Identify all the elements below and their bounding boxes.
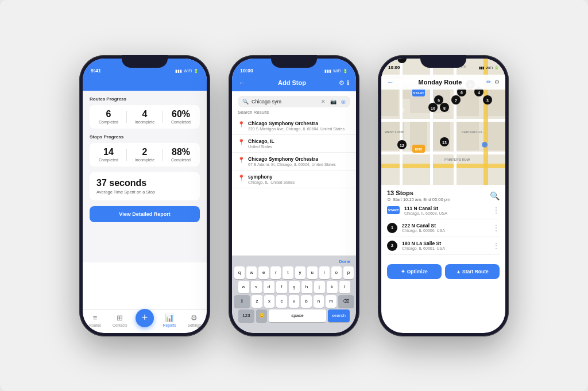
nav-routes[interactable]: ≡ Routes — [83, 313, 107, 327]
search-results-label: Search Results — [232, 110, 356, 117]
key-k[interactable]: k — [327, 281, 338, 293]
nav-fab[interactable]: + — [132, 313, 157, 327]
key-y[interactable]: y — [295, 266, 305, 279]
key-space[interactable]: space — [269, 309, 326, 322]
place-icon-1: 📍 — [238, 121, 245, 127]
place-icon-2: 📍 — [238, 139, 245, 145]
stop-badge-1: 1 — [387, 223, 397, 233]
stop-menu-icon-2[interactable]: ⋮ — [493, 242, 500, 250]
key-a[interactable]: a — [238, 281, 249, 293]
stop-item-2[interactable]: 2 180 N La Salle St Chicago, IL 60601, U… — [387, 237, 500, 255]
map-back-button[interactable]: ← — [387, 78, 394, 86]
stop-item-1[interactable]: 1 222 N Canal St Chicago, IL 60606, USA … — [387, 219, 500, 237]
key-t[interactable]: t — [283, 266, 293, 279]
key-backspace[interactable]: ⌫ — [338, 295, 354, 308]
key-h[interactable]: h — [301, 281, 312, 293]
settings-nav-icon: ⚙ — [191, 313, 198, 322]
map-edit-button[interactable]: ✏ — [486, 79, 491, 85]
routes-percent-label: Completed — [165, 120, 196, 124]
action-bar: ✦ Optimize ▲ Start Route — [381, 260, 505, 286]
contacts-nav-label: Contacts — [113, 323, 127, 327]
key-w[interactable]: w — [246, 266, 257, 279]
key-e[interactable]: e — [258, 266, 269, 279]
key-u[interactable]: u — [307, 266, 318, 279]
signal-icon: ▮▮▮ — [175, 69, 182, 73]
key-m[interactable]: m — [326, 295, 336, 308]
key-q[interactable]: q — [234, 266, 245, 279]
key-i[interactable]: i — [319, 266, 330, 279]
clear-icon[interactable]: ✕ — [321, 99, 326, 104]
routes-nav-icon: ≡ — [93, 313, 98, 322]
routes-completed-label: Completed — [93, 120, 124, 124]
optimize-button[interactable]: ✦ Optimize — [387, 264, 442, 279]
key-j[interactable]: j — [314, 281, 325, 293]
result-2-addr: United States — [248, 145, 274, 149]
key-b[interactable]: b — [301, 295, 312, 308]
key-l[interactable]: l — [339, 281, 350, 293]
add-fab-button[interactable]: + — [136, 309, 154, 327]
key-search[interactable]: search — [328, 309, 350, 322]
key-o[interactable]: o — [331, 266, 342, 279]
result-3-addr: 67 E Adams St, Chicago, IL 60604, United… — [248, 162, 336, 167]
routes-completed-value: 6 — [93, 110, 124, 119]
phone-2-inner: 10:00 ▮▮▮ WiFi 🔋 ← Add Stop ⚙ ℹ 🔍 Chicag… — [232, 59, 356, 333]
start-route-button[interactable]: ▲ Start Route — [445, 264, 500, 279]
camera-icon[interactable]: 📷 — [330, 99, 336, 104]
result-1-addr: 220 S Michigan Ave, Chicago, IL 60604, U… — [248, 127, 345, 131]
phone1-content: Routes Progress 6 Completed 4 Incomplete… — [83, 91, 207, 262]
key-r[interactable]: r — [270, 266, 281, 279]
svg-text:WEST LOOP: WEST LOOP — [385, 130, 404, 134]
stop-menu-icon-start[interactable]: ⋮ — [493, 206, 500, 214]
result-item-3[interactable]: 📍 Chicago Symphony Orchestra 67 E Adams … — [232, 153, 356, 171]
routes-stats-row: 6 Completed 4 Incomplete 60% Completed — [90, 105, 200, 129]
place-icon-3: 📍 — [238, 157, 245, 163]
search-stops-button[interactable]: 🔍 — [490, 191, 500, 200]
key-z[interactable]: z — [252, 295, 262, 308]
key-g[interactable]: g — [289, 281, 300, 293]
key-123[interactable]: 123 — [238, 309, 254, 322]
stop-menu-icon-1[interactable]: ⋮ — [493, 224, 500, 232]
search-input-value[interactable]: Chicago sym — [252, 99, 318, 104]
routes-incomplete-value: 4 — [129, 110, 160, 119]
nav-settings[interactable]: ⚙ Settings — [182, 313, 207, 327]
status-icons-1: ▮▮▮ WiFi 🔋 — [175, 69, 199, 73]
result-item-1[interactable]: 📍 Chicago Symphony Orchestra 220 S Michi… — [232, 117, 356, 135]
map-status-icons: ▮▮▮ WiFi 🔋 — [479, 65, 498, 69]
stop-1-name: 222 N Canal St — [402, 223, 488, 229]
key-n[interactable]: n — [314, 295, 324, 308]
key-d[interactable]: d — [264, 281, 274, 293]
stop-item-start[interactable]: START 111 N Canal St Chicago, IL 60608, … — [387, 202, 500, 219]
stop-1-addr: Chicago, IL 60606, USA — [402, 229, 488, 233]
key-s[interactable]: s — [251, 281, 262, 293]
notch-2 — [271, 55, 317, 68]
result-item-4[interactable]: 📍 symphony Chicago, IL, United States — [232, 171, 356, 188]
info-icon[interactable]: ℹ — [347, 79, 349, 87]
wifi-icon-2: WiFi — [333, 69, 341, 73]
location-icon[interactable]: ◎ — [341, 99, 346, 104]
nav-contacts[interactable]: ⊞ Contacts — [107, 313, 132, 327]
status-time-2: 10:00 — [240, 68, 253, 73]
key-emoji[interactable]: 😊 — [256, 309, 267, 322]
map-status-bar: 10:00 ▮▮▮ WiFi 🔋 — [381, 59, 505, 75]
bottom-nav-1: ≡ Routes ⊞ Contacts + 📊 Reports ⚙ Settin… — [83, 309, 207, 333]
key-v[interactable]: v — [289, 295, 300, 308]
view-report-button[interactable]: View Detailed Report — [90, 206, 200, 222]
svg-text:12: 12 — [400, 144, 404, 148]
settings-icon[interactable]: ⚙ — [339, 79, 345, 87]
result-item-2[interactable]: 📍 Chicago, IL United States — [232, 135, 356, 153]
place-icon-4: 📍 — [238, 175, 245, 181]
back-button[interactable]: ← — [239, 79, 245, 86]
key-p[interactable]: p — [343, 266, 354, 279]
key-c[interactable]: c — [276, 295, 287, 308]
nav-reports[interactable]: 📊 Reports — [157, 313, 182, 327]
key-shift[interactable]: ⇧ — [234, 295, 250, 308]
keyboard-done-button[interactable]: Done — [339, 259, 350, 264]
key-f[interactable]: f — [276, 281, 287, 293]
map-settings-button[interactable]: ⚙ — [494, 79, 500, 85]
result-3-info: Chicago Symphony Orchestra 67 E Adams St… — [248, 156, 336, 167]
stops-time-text: Start 10:15 am, End 05:00 pm — [393, 197, 450, 202]
result-3-name: Chicago Symphony Orchestra — [248, 156, 336, 162]
key-x[interactable]: x — [264, 295, 275, 308]
stops-incomplete-value: 2 — [129, 148, 160, 157]
search-bar[interactable]: 🔍 Chicago sym ✕ 📷 ◎ — [238, 96, 350, 107]
